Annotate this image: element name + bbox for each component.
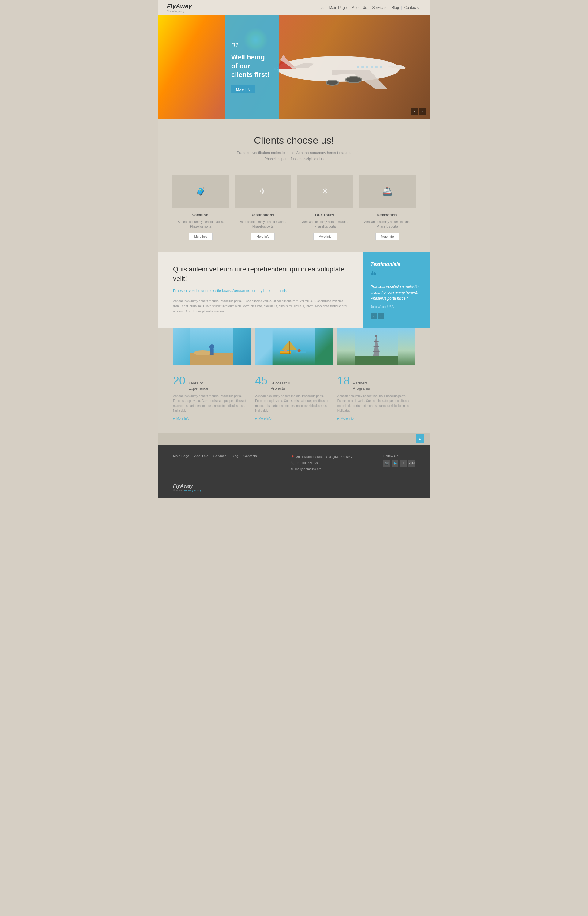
- service-card-vacation: 🧳 Vacation. Aenean nonummy henerit mauri…: [173, 174, 229, 240]
- more-info-icon-0: ▶: [173, 417, 175, 420]
- service-text-1: Aenean nonummy henerit mauris. Phasellus…: [234, 220, 291, 229]
- footer-nav: Main Page About Us Services Blog Contact…: [173, 454, 259, 472]
- service-name-3: Relaxation.: [377, 213, 398, 217]
- logo-subtitle: Travel Agency: [167, 10, 192, 13]
- footer-email-text: mail@demolink.org: [295, 466, 321, 472]
- stat-label-1: SuccessfulProjects: [270, 381, 290, 391]
- quote-highlight: Praesent vestibulum molestie lacus. Aene…: [173, 288, 351, 294]
- hero-title: Well being of our clients first!: [231, 53, 273, 79]
- stat-block-0: 20 Years ofExperience Aenean nonummy hen…: [173, 374, 250, 420]
- footer-contact: 📍 8901 Marmora Road, Glasgow, D04 89G 📞 …: [291, 454, 352, 472]
- stat-block-1: 45 SuccessfulProjects Aenean nonummy hen…: [255, 374, 333, 420]
- service-btn-vacation[interactable]: More Info: [189, 233, 212, 240]
- stat-more-1[interactable]: ▶ More Info: [255, 417, 333, 420]
- clients-section: Clients choose us! Praesent vestibulum m…: [158, 120, 430, 252]
- quote-mark: ❝: [371, 271, 423, 280]
- stat-text-2: Aenean nonummy henerit mauris. Phasellus…: [338, 394, 415, 413]
- testimonials-title: Testimonials: [371, 262, 423, 267]
- home-icon[interactable]: ⌂: [321, 5, 323, 10]
- stat-image-0: [173, 328, 250, 365]
- ship-icon: 🚢: [382, 186, 393, 196]
- hero-arrows: ‹ ›: [411, 108, 426, 115]
- stat-image-1: [255, 328, 333, 365]
- service-btn-tours[interactable]: More Info: [313, 233, 336, 240]
- footer-address: 📍 8901 Marmora Road, Glasgow, D04 89G: [291, 454, 352, 460]
- footer-top: Main Page About Us Services Blog Contact…: [173, 454, 415, 472]
- svg-rect-6: [380, 66, 382, 68]
- testimonial-next-button[interactable]: ›: [378, 313, 384, 319]
- social-icon-rss[interactable]: RSS: [408, 460, 415, 467]
- svg-rect-28: [373, 346, 379, 347]
- phone-icon: 📞: [291, 460, 295, 466]
- scroll-top-button[interactable]: ▲: [415, 435, 424, 443]
- footer-nav-contacts[interactable]: Contacts: [241, 454, 259, 472]
- service-btn-destinations[interactable]: More Info: [251, 233, 275, 240]
- footer-bottom: FlyAway © 2014 | Privacy Policy: [173, 478, 415, 492]
- stat-number-0: 20: [173, 374, 185, 387]
- social-icon-instagram[interactable]: 📷: [383, 460, 390, 467]
- footer-nav-main-page[interactable]: Main Page: [173, 454, 192, 472]
- service-name-0: Vacation.: [192, 213, 210, 217]
- service-btn-relaxation[interactable]: More Info: [375, 233, 399, 240]
- footer-nav-services[interactable]: Services: [211, 454, 229, 472]
- svg-point-0: [277, 56, 400, 82]
- footer-phone-text: +1 800 559 6580: [296, 460, 320, 466]
- stat-more-label-2: More Info: [341, 417, 354, 420]
- stat-block-2: 18 PartnersPrograms Aenean nonummy hener…: [338, 374, 415, 420]
- address-icon: 📍: [291, 454, 295, 460]
- svg-rect-20: [296, 351, 306, 353]
- logo-name: FlyAway: [167, 3, 192, 10]
- stat-image-2: [338, 328, 415, 365]
- quote-section: Quis autem vel eum iure reprehenderit qu…: [158, 252, 430, 328]
- service-icon-box-1: ✈: [234, 174, 291, 208]
- quote-left: Quis autem vel eum iure reprehenderit qu…: [158, 252, 363, 328]
- travel-image-3: [338, 328, 415, 365]
- svg-point-14: [194, 351, 212, 355]
- stat-text-0: Aenean nonummy henerit mauris. Phasellus…: [173, 394, 250, 413]
- stat-more-2[interactable]: ▶ More Info: [338, 417, 415, 420]
- stats-images: [173, 328, 415, 365]
- service-icon-box-0: 🧳: [173, 174, 229, 208]
- hero-next-button[interactable]: ›: [419, 108, 426, 115]
- footer-privacy-link[interactable]: Privacy Policy: [184, 489, 202, 492]
- logo: FlyAway Travel Agency: [167, 3, 192, 13]
- stat-more-0[interactable]: ▶ More Info: [173, 417, 250, 420]
- nav-contacts[interactable]: Contacts: [402, 5, 421, 10]
- stats-grid: 20 Years ofExperience Aenean nonummy hen…: [173, 374, 415, 420]
- stat-label-0: Years ofExperience: [188, 381, 208, 391]
- nav-blog[interactable]: Blog: [389, 5, 402, 10]
- travel-image-1: [173, 328, 250, 365]
- nav-about-us[interactable]: About Us: [349, 5, 370, 10]
- testimonial-text: Praesent vestibulum molestie lacus. Aene…: [371, 284, 423, 302]
- hero-prev-button[interactable]: ‹: [411, 108, 418, 115]
- footer-copy: © 2014 | Privacy Policy: [173, 489, 202, 492]
- svg-rect-25: [355, 356, 397, 365]
- stat-label-2: PartnersPrograms: [353, 381, 370, 391]
- social-icon-twitter[interactable]: 🐦: [392, 460, 399, 467]
- footer-nav-blog[interactable]: Blog: [229, 454, 241, 472]
- hero-section: 01. Well being of our clients first! Mor…: [158, 15, 430, 120]
- social-icon-facebook[interactable]: f: [400, 460, 407, 467]
- footer-follow: Follow Us 📷 🐦 f RSS: [383, 454, 415, 472]
- svg-rect-29: [373, 351, 380, 352]
- service-card-relaxation: 🚢 Relaxation. Aenean nonummy henerit mau…: [359, 174, 415, 240]
- stat-number-1: 45: [255, 374, 267, 387]
- services-grid: 🧳 Vacation. Aenean nonummy henerit mauri…: [167, 174, 421, 240]
- service-icon-box-3: 🚢: [359, 174, 415, 208]
- stat-more-label-0: More Info: [176, 417, 189, 420]
- testimonial-prev-button[interactable]: ‹: [371, 313, 377, 319]
- header: FlyAway Travel Agency ⌂ Main Page About …: [158, 0, 430, 15]
- nav-services[interactable]: Services: [370, 5, 389, 10]
- hero-overlay: 01. Well being of our clients first! Mor…: [225, 15, 279, 120]
- svg-rect-5: [375, 66, 378, 68]
- email-icon: ✉: [291, 466, 293, 472]
- luggage-icon: 🧳: [195, 186, 206, 196]
- stat-text-1: Aenean nonummy henerit mauris. Phasellus…: [255, 394, 333, 413]
- stat-row-2: 18 PartnersPrograms: [338, 374, 415, 391]
- footer-nav-about-us[interactable]: About Us: [192, 454, 211, 472]
- hero-more-info-button[interactable]: More Info: [231, 86, 255, 94]
- nav-main-page[interactable]: Main Page: [327, 5, 349, 10]
- clients-description: Praesent vestibulum molestie lacus. Aene…: [167, 150, 421, 162]
- footer-address-text: 8901 Marmora Road, Glasgow, D04 89G: [296, 454, 352, 460]
- svg-rect-4: [371, 66, 373, 68]
